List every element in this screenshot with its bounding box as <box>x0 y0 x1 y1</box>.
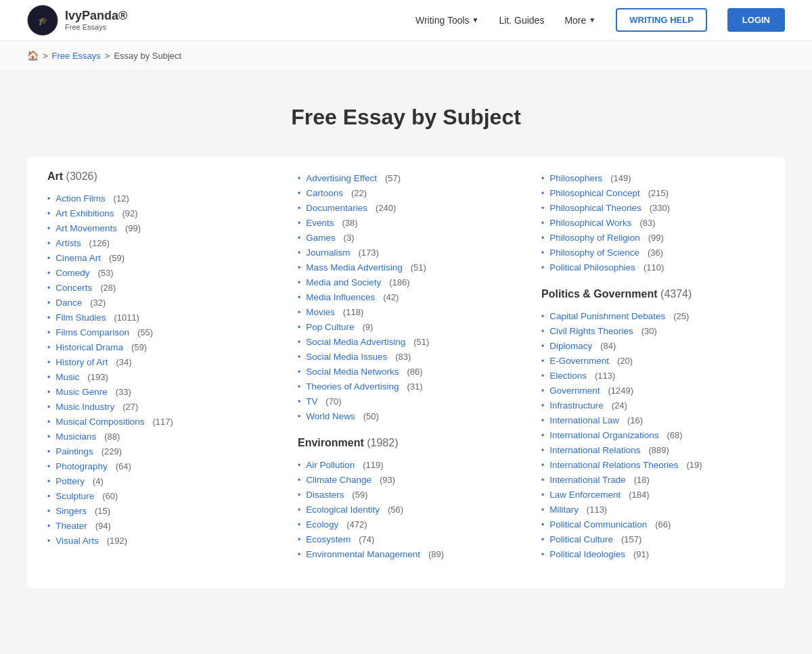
sub-link[interactable]: Music Genre <box>55 387 108 397</box>
sub-link[interactable]: Paintings <box>55 446 93 457</box>
sub-link[interactable]: Cartoons <box>306 188 343 198</box>
home-icon[interactable]: 🏠 <box>27 50 39 61</box>
sub-link[interactable]: Singers <box>55 506 87 516</box>
list-item: •Concerts (28) <box>47 280 271 295</box>
sub-link[interactable]: Philosophy of Religion <box>549 233 640 243</box>
sub-link[interactable]: Action Films <box>55 193 106 204</box>
sub-link[interactable]: Social Media Advertising <box>306 337 405 347</box>
list-item: •Artists (126) <box>47 235 271 250</box>
sub-link[interactable]: Philosophy of Science <box>549 248 639 258</box>
sub-link[interactable]: Film Studies <box>55 312 106 323</box>
sub-link[interactable]: Art Movements <box>55 223 117 233</box>
sub-link[interactable]: Capital Punishment Debates <box>549 311 665 321</box>
sub-link[interactable]: Disasters <box>306 490 344 500</box>
sub-link-concerts[interactable]: Concerts <box>55 283 92 293</box>
philosophy-subcategory-list: •Philosophers (149) •Philosophical Conce… <box>541 170 758 275</box>
bullet-icon: • <box>298 263 300 273</box>
sub-link[interactable]: Dance <box>55 298 82 308</box>
sub-link[interactable]: Philosophical Theories <box>549 203 641 213</box>
sub-link[interactable]: Infrastructure <box>549 400 604 411</box>
sub-link[interactable]: Political Communication <box>549 519 647 530</box>
nav-more[interactable]: More ▼ <box>564 15 595 26</box>
sub-link[interactable]: Cinema Art <box>55 253 101 263</box>
logo-name: IvyPanda® <box>65 9 127 23</box>
bullet-icon: • <box>47 268 50 278</box>
sub-link[interactable]: Advertising Effect <box>306 173 377 183</box>
sub-link[interactable]: Sculpture <box>55 491 94 501</box>
sub-link[interactable]: Social Media Networks <box>306 367 399 377</box>
sub-link-theater[interactable]: Theater <box>55 521 87 531</box>
bullet-icon: • <box>298 204 300 213</box>
list-item: •International Trade (18) <box>541 472 758 487</box>
sub-link[interactable]: Philosophical Concept <box>549 188 640 198</box>
sub-link[interactable]: Theories of Advertising <box>306 381 399 392</box>
bullet-icon: • <box>47 298 50 308</box>
sub-link[interactable]: Air Pollution <box>306 460 355 470</box>
sub-link[interactable]: Philosophical Works <box>549 218 631 228</box>
sub-link-music-industry[interactable]: Music Industry <box>55 402 114 412</box>
sub-link[interactable]: Ecological Identity <box>306 505 380 515</box>
sub-link[interactable]: International Trade <box>549 475 626 485</box>
sub-link[interactable]: Visual Arts <box>55 536 99 546</box>
sub-link-films-comparison[interactable]: Films Comparison <box>55 327 129 337</box>
sub-link[interactable]: International Organizations <box>549 430 658 440</box>
sub-link[interactable]: Musical Compositions <box>55 417 144 427</box>
sub-link[interactable]: Media and Society <box>306 277 381 287</box>
sub-link[interactable]: Diplomacy <box>549 341 592 351</box>
sub-link[interactable]: E-Government <box>549 356 609 366</box>
bullet-icon: • <box>47 477 50 486</box>
sub-link[interactable]: Civil Rights Theories <box>549 326 633 336</box>
sub-link[interactable]: Mass Media Advertising <box>306 262 403 273</box>
sub-link[interactable]: Journalism <box>306 248 350 258</box>
sub-link[interactable]: Documentaries <box>306 203 367 213</box>
sub-link[interactable]: Environmental Management <box>306 549 420 559</box>
breadcrumb-free-essays[interactable]: Free Essays <box>52 51 101 61</box>
sub-link[interactable]: Ecosystem <box>306 534 351 544</box>
sub-link[interactable]: History of Art <box>55 357 108 367</box>
sub-link[interactable]: Music <box>55 372 79 382</box>
sub-link[interactable]: Law Enforcement <box>549 490 621 500</box>
sub-link[interactable]: Political Culture <box>549 534 613 544</box>
bullet-icon: • <box>47 536 50 546</box>
sub-link[interactable]: International Relations <box>549 445 640 455</box>
list-item: •Political Philosophies (110) <box>541 260 758 275</box>
category-environment-count: (1982) <box>367 437 398 448</box>
sub-link[interactable]: Philosophers <box>549 173 602 183</box>
login-button[interactable]: LOGIN <box>727 8 785 32</box>
sub-link[interactable]: Photography <box>55 461 108 471</box>
writing-help-button[interactable]: WRITING HELP <box>616 8 707 32</box>
sub-link[interactable]: Political Ideologies <box>549 549 625 559</box>
sub-link-pottery[interactable]: Pottery <box>55 476 85 486</box>
sub-link[interactable]: Events <box>306 218 334 228</box>
sub-link[interactable]: Artists <box>55 238 81 248</box>
site-header: 🎓 IvyPanda® Free Essays Writing Tools ▼ … <box>0 0 812 41</box>
sub-link[interactable]: International Relations Theories <box>549 460 678 470</box>
bullet-icon: • <box>47 402 50 412</box>
sub-link[interactable]: Movies <box>306 307 335 317</box>
sub-link[interactable]: Government <box>549 386 600 396</box>
sub-link[interactable]: Elections <box>549 371 587 381</box>
list-item: •Government (1249) <box>541 383 758 398</box>
nav-lit-guides[interactable]: Lit. Guides <box>499 15 544 26</box>
sub-link[interactable]: Ecology <box>306 519 338 530</box>
sub-link[interactable]: Climate Change <box>306 475 371 485</box>
sub-link[interactable]: World News <box>306 411 355 421</box>
sub-link[interactable]: Social Media Issues <box>306 352 387 362</box>
sub-link[interactable]: Political Philosophies <box>549 262 635 273</box>
sub-link[interactable]: Musicians <box>55 431 96 442</box>
sub-link[interactable]: Pop Culture <box>306 322 354 332</box>
art-subcategory-list: •Action Films (12) •Art Exhibitions (92)… <box>47 191 271 548</box>
sub-link[interactable]: Comedy <box>55 268 89 278</box>
nav-writing-tools[interactable]: Writing Tools ▼ <box>415 15 479 26</box>
sub-link[interactable]: Media Influences <box>306 292 375 302</box>
sub-link[interactable]: Military <box>549 505 579 515</box>
sub-link[interactable]: Historical Drama <box>55 342 123 352</box>
list-item: •Social Media Networks (86) <box>298 364 514 379</box>
sub-link[interactable]: Art Exhibitions <box>55 208 114 218</box>
sub-link[interactable]: TV <box>306 396 317 406</box>
bullet-icon: • <box>298 535 300 544</box>
sub-link-international-law[interactable]: International Law <box>549 415 619 425</box>
bullet-icon: • <box>298 293 300 302</box>
bullet-icon: • <box>541 189 544 198</box>
sub-link[interactable]: Games <box>306 233 336 243</box>
